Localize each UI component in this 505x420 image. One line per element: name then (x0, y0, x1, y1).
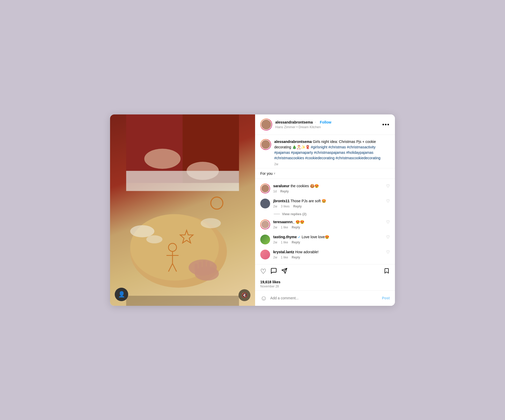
svg-point-2 (144, 149, 181, 169)
view-replies-button[interactable]: View replies (2) (255, 211, 395, 217)
header-username[interactable]: alessandrabrontsema (275, 120, 313, 124)
post-container: 👤 🔇 alessandrabrontsema · Follow Hans Zi… (110, 114, 395, 306)
like-button[interactable]: ♡ (260, 267, 266, 276)
comment-meta: 2w 1 like Reply (273, 241, 383, 244)
user-avatar-button[interactable]: 👤 (115, 288, 128, 301)
reply-button[interactable]: Reply (280, 190, 289, 193)
comment-content: How adorable! (295, 250, 319, 254)
comment-item: jbronts11 Those PJs are soft 🤩 2w 3 like… (255, 196, 395, 211)
more-options-button[interactable]: ••• (382, 121, 390, 128)
header-avatar-image (261, 119, 272, 130)
comment-text: jbronts11 Those PJs are soft 🤩 (273, 199, 383, 204)
comment-meta: 2w 3 likes Reply (273, 205, 383, 208)
comment-body: jbronts11 Those PJs are soft 🤩 2w 3 like… (273, 199, 383, 208)
svg-point-9 (201, 218, 221, 228)
comment-likes: 1 like (281, 256, 288, 259)
commenter-username[interactable]: jbronts11 (273, 199, 290, 203)
comment-meta: 2w 1 like Reply (273, 226, 383, 229)
comment-heart-button[interactable]: ♡ (386, 250, 390, 255)
commenter-username[interactable]: teresaannn_ (273, 220, 294, 224)
caption-text: alessandrabrontsema Girls night idea: Ch… (274, 139, 390, 161)
header-username-row: alessandrabrontsema · Follow (275, 120, 379, 125)
user-icon: 👤 (118, 291, 125, 298)
comment-text: krystal.lantz How adorable! (273, 250, 383, 255)
reply-button[interactable]: Reply (293, 205, 302, 208)
for-you-filter[interactable]: For you ∨ (260, 171, 390, 176)
svg-rect-21 (203, 260, 206, 271)
comment-avatar (260, 199, 270, 208)
comment-item: saralueur the cookies 🍪😍 1d Reply ♡ (255, 181, 395, 196)
for-you-label-text: For you (260, 171, 272, 176)
comment-avatar (260, 235, 270, 244)
comment-heart-button[interactable]: ♡ (386, 199, 390, 204)
comment-time: 2w (273, 205, 277, 208)
bookmark-button[interactable] (384, 267, 390, 276)
mute-icon: 🔇 (242, 292, 247, 298)
comment-heart-button[interactable]: ♡ (386, 184, 390, 189)
header-avatar (260, 119, 272, 131)
comment-input[interactable] (270, 296, 379, 300)
comment-item: tasting.thyme ✓ Love love love😍 2w 1 lik… (255, 232, 395, 247)
media-panel: 👤 🔇 (110, 114, 255, 306)
caption-time: 2w (274, 162, 390, 166)
commenter-username[interactable]: tasting.thyme (273, 235, 297, 239)
comment-text: teresaannn_ 😍😍 (273, 220, 383, 225)
comment-time: 2w (273, 226, 277, 229)
comment-avatar-image (261, 220, 270, 229)
reply-button[interactable]: Reply (292, 226, 300, 229)
emoji-button[interactable]: ☺ (260, 294, 267, 302)
post-comment-button[interactable]: Post (382, 296, 390, 300)
comment-time: 2w (273, 256, 277, 259)
comment-heart-button[interactable]: ♡ (386, 235, 390, 240)
comment-time: 2w (273, 241, 277, 244)
comment-body: krystal.lantz How adorable! 2w 1 like Re… (273, 250, 383, 259)
caption-section: alessandrabrontsema Girls night idea: Ch… (255, 135, 395, 168)
svg-rect-19 (195, 263, 198, 271)
post-date: November 28 (260, 285, 390, 288)
comment-likes: 1 like (281, 226, 288, 229)
commenter-username[interactable]: krystal.lantz (273, 250, 294, 254)
view-replies-text: View replies (2) (282, 212, 306, 216)
header-info: alessandrabrontsema · Follow Hans Zimmer… (275, 120, 379, 129)
comment-text: tasting.thyme ✓ Love love love😍 (273, 235, 383, 240)
caption-avatar (260, 139, 271, 150)
comment-content: 😍😍 (295, 220, 304, 224)
more-icon: ••• (382, 121, 390, 128)
view-replies-line (274, 214, 280, 214)
caption-avatar-image (261, 140, 271, 149)
comment-likes: 1 like (281, 241, 288, 244)
actions-bar: ♡ (255, 264, 395, 279)
caption-content: alessandrabrontsema Girls night idea: Ch… (274, 139, 390, 166)
svg-rect-22 (207, 261, 210, 271)
svg-point-8 (146, 235, 162, 243)
verified-badge: ✓ (298, 235, 301, 239)
comment-body: teresaannn_ 😍😍 2w 1 like Reply (273, 220, 383, 229)
add-comment-bar: ☺ Post (255, 290, 395, 306)
comment-item: teresaannn_ 😍😍 2w 1 like Reply ♡ (255, 217, 395, 232)
follow-button[interactable]: Follow (320, 120, 331, 124)
comment-heart-button[interactable]: ♡ (386, 220, 390, 225)
comment-content: the cookies 🍪😍 (291, 184, 319, 188)
commenter-username[interactable]: saralueur (273, 184, 290, 188)
share-button[interactable] (281, 268, 287, 276)
comment-body: saralueur the cookies 🍪😍 1d Reply (273, 184, 383, 193)
comments-list: saralueur the cookies 🍪😍 1d Reply ♡ jbro… (255, 179, 395, 264)
comment-avatar-image (261, 184, 270, 193)
comment-likes: 3 likes (281, 205, 290, 208)
svg-rect-4 (126, 171, 239, 191)
mute-button[interactable]: 🔇 (239, 289, 250, 301)
comment-text: saralueur the cookies 🍪😍 (273, 184, 383, 189)
svg-point-7 (130, 225, 154, 237)
svg-rect-20 (199, 261, 202, 271)
chevron-down-icon: ∨ (273, 172, 276, 175)
comment-meta: 2w 1 like Reply (273, 256, 383, 259)
post-header: alessandrabrontsema · Follow Hans Zimmer… (255, 114, 395, 135)
reply-button[interactable]: Reply (292, 256, 300, 259)
comment-button[interactable] (270, 267, 277, 276)
caption-username[interactable]: alessandrabrontsema (274, 140, 312, 144)
reply-button[interactable]: Reply (292, 241, 300, 244)
comment-avatar (260, 220, 270, 229)
comments-panel: alessandrabrontsema · Follow Hans Zimmer… (255, 114, 395, 306)
comment-item: krystal.lantz How adorable! 2w 1 like Re… (255, 247, 395, 262)
media-bottom-bar: 👤 🔇 (115, 288, 250, 301)
